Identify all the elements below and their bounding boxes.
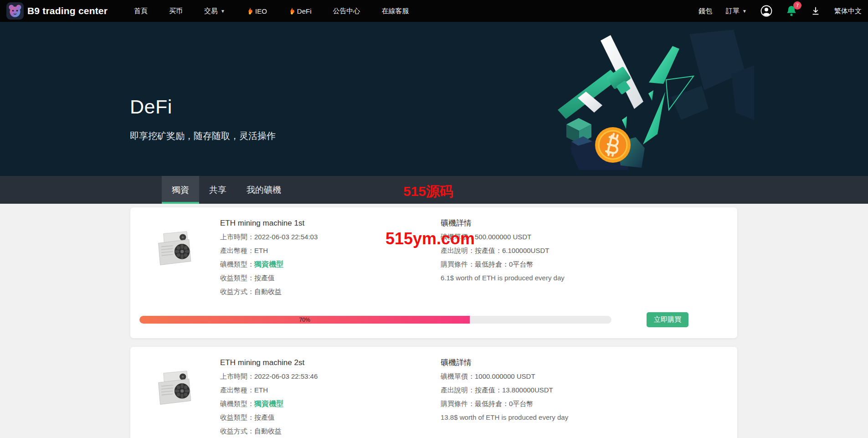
nav-item-trade[interactable]: 交易▼ [204,7,225,15]
miner-type-badge: 獨資機型 [254,400,283,407]
page-subtitle: 即享挖矿奖励，随存随取，灵活操作 [130,130,276,142]
list-item: 上市時間：2022-06-03 22:53:46 [220,370,441,383]
chevron-down-icon: ▼ [221,9,225,14]
page-title: DeFi [130,96,172,118]
lion-logo-icon [7,3,23,19]
tab-shared[interactable]: 共享 [199,176,236,204]
fire-icon [288,7,295,15]
miner-details: 礦機詳情 礦機單價：500.000000 USDT 產出說明：按產值：6.100… [441,216,728,299]
tab-solo[interactable]: 獨資 [162,176,199,204]
list-item: 購買條件：最低持倉：0平台幣 [441,258,728,271]
nav-right: 錢包 訂單▼ 7 繁体中文 [699,5,862,17]
list-item: 礦機單價：500.000000 USDT [441,230,728,244]
list-item: 產出說明：按產值：6.100000USDT [441,244,728,258]
miner-list: ETH mining machine 1st 上市時間：2022-06-03 2… [0,204,868,438]
miner-title: ETH mining machine 1st [220,216,441,230]
progress-fill: 70% [139,316,470,324]
miner-image-wrapper [150,356,212,438]
hero-banner: DeFi 即享挖矿奖励，随存随取，灵活操作 [0,22,868,176]
daily-output-note: 6.1$ worth of ETH is produced every day [441,271,728,285]
nav-item-announcements[interactable]: 公告中心 [333,7,360,15]
details-title: 礦機詳情 [441,216,728,230]
list-item: 收益方式：自動收益 [220,424,441,438]
miner-image-wrapper [150,216,212,299]
notifications-button[interactable]: 7 [786,5,797,17]
purchase-progress-row: 70% 立即購買 [139,312,728,327]
mining-machine-image [150,368,201,410]
progress-percent-label: 70% [299,317,310,323]
nav-menu: 首頁 买币 交易▼ IEO DeFi 公告中心 在線客服 [134,7,409,15]
list-item: 收益方式：自動收益 [220,285,441,299]
progress-bar: 70% [139,316,611,324]
miner-type-badge: 獨資機型 [254,260,283,268]
tab-my-miners[interactable]: 我的礦機 [236,176,291,204]
miner-details: 礦機詳情 礦機單價：1000.000000 USDT 產出說明：按產值：13.8… [441,356,728,438]
list-item: 上市時間：2022-06-03 22:54:03 [220,230,441,244]
chevron-down-icon: ▼ [742,9,747,14]
language-selector[interactable]: 繁体中文 [834,7,862,15]
miner-card: ETH mining machine 1st 上市時間：2022-06-03 2… [130,207,737,338]
list-item: 產出說明：按產值：13.800000USDT [441,383,728,397]
orders-link[interactable]: 訂單▼ [726,7,747,15]
user-icon [760,5,772,17]
list-item: 收益類型：按產值 [220,411,441,424]
wallet-link[interactable]: 錢包 [699,7,712,15]
miner-basic-info: ETH mining machine 2st 上市時間：2022-06-03 2… [212,356,441,438]
mining-tabs: 獨資 共享 我的礦機 [0,176,868,204]
nav-item-defi[interactable]: DeFi [288,7,312,15]
mining-illustration [549,29,756,175]
list-item: 產出幣種：ETH [220,383,441,397]
brand-logo[interactable] [6,2,24,20]
download-app-button[interactable] [811,6,821,16]
fire-icon [247,7,253,15]
miner-basic-info: ETH mining machine 1st 上市時間：2022-06-03 2… [212,216,441,299]
nav-item-online-support[interactable]: 在線客服 [382,7,409,15]
miner-card: ETH mining machine 2st 上市時間：2022-06-03 2… [130,347,737,438]
user-account-button[interactable] [760,5,772,17]
nav-item-ieo[interactable]: IEO [247,7,267,15]
nav-item-buy-coin[interactable]: 买币 [169,7,183,15]
list-item: 礦機類型：獨資機型 [220,397,441,411]
miner-title: ETH mining machine 2st [220,356,441,370]
list-item: 礦機單價：1000.000000 USDT [441,370,728,383]
mining-machine-image [150,228,201,270]
daily-output-note: 13.8$ worth of ETH is produced every day [441,411,728,424]
notification-count-badge: 7 [793,1,801,10]
list-item: 購買條件：最低持倉：0平台幣 [441,397,728,411]
list-item: 收益類型：按產值 [220,271,441,285]
download-icon [811,6,821,16]
details-title: 礦機詳情 [441,356,728,370]
brand-title[interactable]: B9 trading center [27,5,108,16]
buy-now-button[interactable]: 立即購買 [647,312,688,327]
list-item: 礦機類型：獨資機型 [220,258,441,271]
list-item: 產出幣種：ETH [220,244,441,258]
top-nav: B9 trading center 首頁 买币 交易▼ IEO DeFi 公告中… [0,0,868,22]
nav-item-home[interactable]: 首頁 [134,7,148,15]
